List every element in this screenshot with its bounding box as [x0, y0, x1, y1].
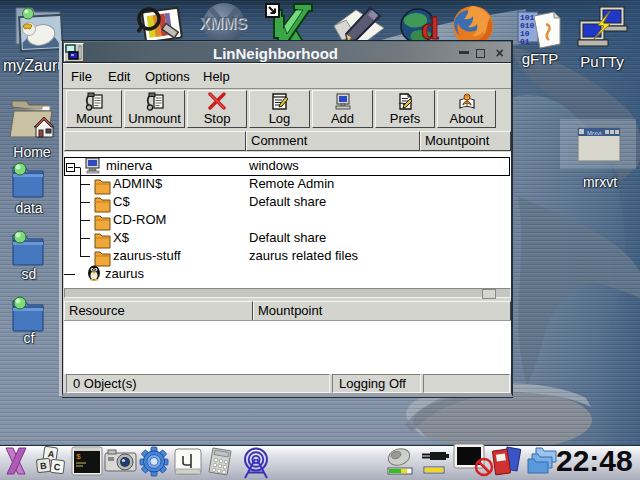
svg-text:$: $ [76, 452, 81, 461]
svg-text:XMMS: XMMS [199, 15, 247, 32]
svg-text:01: 01 [520, 37, 530, 46]
svg-text:Mrxvt: Mrxvt [587, 130, 602, 136]
